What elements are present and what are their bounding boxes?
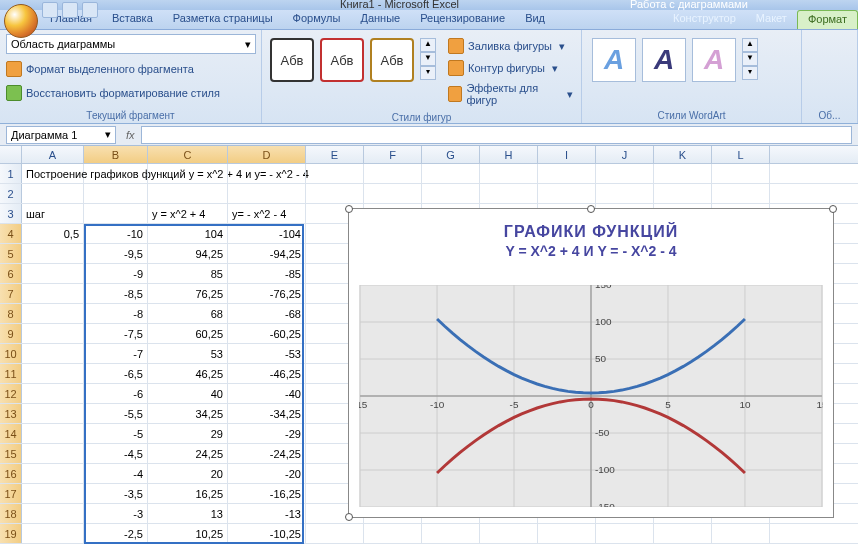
cell[interactable]: -6 [84, 384, 148, 403]
cell[interactable] [364, 524, 422, 543]
gallery-down-icon[interactable]: ▼ [420, 52, 436, 66]
cell[interactable]: 53 [148, 344, 228, 363]
cell[interactable]: 16,25 [148, 484, 228, 503]
qat-save-icon[interactable] [42, 2, 58, 18]
worksheet[interactable]: ABCDEFGHIJKL 1Построение графиков функци… [0, 146, 858, 544]
cell[interactable]: 0,5 [22, 224, 84, 243]
reset-style-button[interactable]: Восстановить форматирование стиля [6, 83, 255, 103]
cell[interactable]: -4 [84, 464, 148, 483]
cell[interactable]: -10 [84, 224, 148, 243]
shape-outline-button[interactable]: Контур фигуры ▾ [448, 58, 573, 78]
cell[interactable]: 34,25 [148, 404, 228, 423]
cell[interactable]: 76,25 [148, 284, 228, 303]
col-header-L[interactable]: L [712, 146, 770, 163]
formula-bar[interactable] [141, 126, 852, 144]
cell[interactable]: -4,5 [84, 444, 148, 463]
row-header-7[interactable]: 7 [0, 284, 22, 303]
cell[interactable]: -8 [84, 304, 148, 323]
cell[interactable] [596, 524, 654, 543]
row-header-12[interactable]: 12 [0, 384, 22, 403]
cell[interactable] [364, 164, 422, 183]
cell[interactable]: 104 [148, 224, 228, 243]
cell[interactable]: 10,25 [148, 524, 228, 543]
chart-object[interactable]: ГРАФИКИ ФУНКЦИЙ Y = X^2 + 4 И Y = - X^2 … [348, 208, 834, 518]
tab-Данные[interactable]: Данные [350, 10, 410, 29]
col-header-B[interactable]: B [84, 146, 148, 163]
col-header-J[interactable]: J [596, 146, 654, 163]
cell[interactable] [22, 444, 84, 463]
cell[interactable]: Построение графиков функций y = x^2 + 4 … [22, 164, 84, 183]
cell[interactable]: 60,25 [148, 324, 228, 343]
cell[interactable]: -3,5 [84, 484, 148, 503]
cell[interactable] [22, 364, 84, 383]
resize-handle[interactable] [829, 205, 837, 213]
cell[interactable] [422, 524, 480, 543]
cell[interactable] [364, 184, 422, 203]
cell[interactable]: 13 [148, 504, 228, 523]
row-header-15[interactable]: 15 [0, 444, 22, 463]
wordart-style-1[interactable]: А [592, 38, 636, 82]
qat-undo-icon[interactable] [62, 2, 78, 18]
col-header-G[interactable]: G [422, 146, 480, 163]
cell[interactable]: -5,5 [84, 404, 148, 423]
row-header-16[interactable]: 16 [0, 464, 22, 483]
cell[interactable] [148, 164, 228, 183]
col-header-H[interactable]: H [480, 146, 538, 163]
resize-handle[interactable] [587, 205, 595, 213]
cell[interactable]: 68 [148, 304, 228, 323]
cell[interactable] [422, 184, 480, 203]
wordart-gallery[interactable]: А А А ▲▼▾ [588, 34, 795, 86]
cell[interactable] [654, 524, 712, 543]
cell[interactable] [712, 164, 770, 183]
cell[interactable]: 24,25 [148, 444, 228, 463]
row-header-1[interactable]: 1 [0, 164, 22, 183]
cell[interactable] [22, 524, 84, 543]
tab-Разметка страницы[interactable]: Разметка страницы [163, 10, 283, 29]
cell[interactable] [84, 164, 148, 183]
cell[interactable] [22, 344, 84, 363]
cell[interactable] [422, 164, 480, 183]
row-header-14[interactable]: 14 [0, 424, 22, 443]
cell[interactable] [22, 304, 84, 323]
row-header-10[interactable]: 10 [0, 344, 22, 363]
row-header-6[interactable]: 6 [0, 264, 22, 283]
cell[interactable] [22, 504, 84, 523]
cell[interactable]: шаг [22, 204, 84, 223]
cell[interactable]: -9 [84, 264, 148, 283]
cell[interactable]: -68 [228, 304, 306, 323]
col-header-E[interactable]: E [306, 146, 364, 163]
row-header-3[interactable]: 3 [0, 204, 22, 223]
cell[interactable]: 85 [148, 264, 228, 283]
cell[interactable]: -29 [228, 424, 306, 443]
cell[interactable] [480, 524, 538, 543]
col-header-F[interactable]: F [364, 146, 422, 163]
cell[interactable]: -5 [84, 424, 148, 443]
cell[interactable]: -34,25 [228, 404, 306, 423]
cell[interactable]: -46,25 [228, 364, 306, 383]
cell[interactable]: 29 [148, 424, 228, 443]
cell[interactable] [22, 324, 84, 343]
cell[interactable] [22, 244, 84, 263]
resize-handle[interactable] [345, 205, 353, 213]
row-header-4[interactable]: 4 [0, 224, 22, 243]
cell[interactable] [538, 184, 596, 203]
shape-style-3[interactable]: Абв [370, 38, 414, 82]
cell[interactable]: 94,25 [148, 244, 228, 263]
row-header-11[interactable]: 11 [0, 364, 22, 383]
cell[interactable] [228, 184, 306, 203]
cell[interactable] [22, 464, 84, 483]
gallery-up-icon[interactable]: ▲ [420, 38, 436, 52]
chart-element-selector[interactable]: Область диаграммы▾ [6, 34, 256, 54]
cell[interactable] [480, 184, 538, 203]
cell[interactable]: -60,25 [228, 324, 306, 343]
row-header-9[interactable]: 9 [0, 324, 22, 343]
cell[interactable]: -104 [228, 224, 306, 243]
cell[interactable]: 46,25 [148, 364, 228, 383]
cell[interactable]: -94,25 [228, 244, 306, 263]
qat-redo-icon[interactable] [82, 2, 98, 18]
row-header-18[interactable]: 18 [0, 504, 22, 523]
cell[interactable]: -7,5 [84, 324, 148, 343]
cell[interactable]: -24,25 [228, 444, 306, 463]
select-all-button[interactable] [0, 146, 22, 163]
col-header-C[interactable]: C [148, 146, 228, 163]
